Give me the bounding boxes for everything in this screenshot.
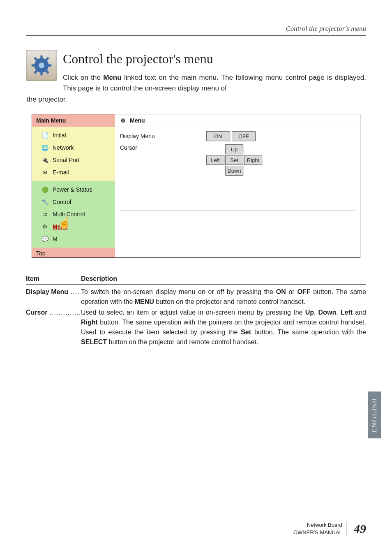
- language-tab: ENGLISH: [368, 392, 381, 438]
- display-menu-off-button[interactable]: OFF: [232, 131, 256, 141]
- cursor-up-button[interactable]: Up: [225, 144, 243, 154]
- sidebar-header: Main Menu: [32, 114, 115, 127]
- cursor-set-button[interactable]: Set: [225, 155, 243, 165]
- initial-icon: 📄: [41, 132, 48, 139]
- svg-rect-5: [48, 64, 52, 66]
- sidebar-item-serial-port[interactable]: 🔌 Serial Port: [32, 154, 115, 166]
- header-rule: [26, 35, 366, 36]
- serial-port-icon: 🔌: [41, 156, 48, 164]
- desc-text: To switch the on-screen display menu on …: [81, 287, 366, 307]
- power-status-icon: 🟢: [41, 186, 48, 193]
- desc-header-item: Item: [26, 275, 81, 283]
- content-header: ⚙ Menu: [115, 114, 360, 127]
- sidebar-item-multi-control[interactable]: 🗂 Multi Control: [32, 208, 115, 220]
- cursor-label: Cursor: [120, 144, 206, 151]
- control-icon: 🔧: [41, 198, 48, 206]
- display-menu-on-button[interactable]: ON: [206, 131, 230, 141]
- running-header: Control the projector's menu: [26, 25, 366, 33]
- last-icon: 💬: [41, 235, 48, 243]
- sidebar-item-menu[interactable]: ⚙ Menu: [32, 220, 115, 233]
- footer-line-2: OWNER'S MANUAL: [293, 529, 342, 535]
- sidebar-footer-top[interactable]: Top: [32, 248, 115, 258]
- menu-header-icon: ⚙: [119, 117, 127, 124]
- sidebar-item-last[interactable]: 💬 M: [32, 233, 115, 245]
- desc-header-description: Description: [81, 275, 117, 283]
- desc-rule: [26, 284, 366, 285]
- email-icon: ✉: [41, 169, 48, 176]
- footer-line-1: Network Board: [307, 522, 342, 528]
- sidebar-item-control[interactable]: 🔧 Control: [32, 196, 115, 208]
- menu-icon: ⚙: [41, 223, 48, 230]
- sidebar-item-power-status[interactable]: 🟢 Power & Status: [32, 183, 115, 196]
- multi-control-icon: 🗂: [41, 211, 48, 218]
- display-menu-label: Display Menu: [120, 133, 206, 139]
- gear-icon: [26, 50, 57, 81]
- network-icon: 🌐: [41, 144, 48, 151]
- desc-item: Display Menu: [26, 287, 81, 307]
- desc-text: Used to select an item or adjust value i…: [81, 308, 366, 347]
- svg-rect-3: [40, 72, 42, 76]
- desc-row: CursorUsed to select an item or adjust v…: [26, 308, 366, 347]
- svg-rect-2: [40, 56, 42, 59]
- sidebar-item-email[interactable]: ✉ E-mail: [32, 166, 115, 178]
- svg-point-1: [39, 63, 44, 68]
- sidebar-item-initial[interactable]: 📄 Initial: [32, 129, 115, 141]
- desc-row: Display MenuTo switch the on-screen disp…: [26, 287, 366, 307]
- menu-control-screenshot: Main Menu 📄 Initial 🌐 Network 🔌 Serial P…: [32, 114, 360, 258]
- page-footer: Network Board OWNER'S MANUAL 49: [293, 521, 366, 537]
- sidebar-item-network[interactable]: 🌐 Network: [32, 141, 115, 154]
- page-number: 49: [354, 521, 366, 537]
- desc-item: Cursor: [26, 308, 81, 347]
- cursor-left-button[interactable]: Left: [206, 155, 224, 165]
- svg-rect-4: [32, 64, 35, 66]
- cursor-right-button[interactable]: Right: [244, 155, 262, 165]
- intro-paragraph: Click on the Menu linked text on the mai…: [63, 72, 366, 105]
- page-title: Control the projector's menu: [63, 51, 366, 67]
- cursor-down-button[interactable]: Down: [225, 166, 243, 176]
